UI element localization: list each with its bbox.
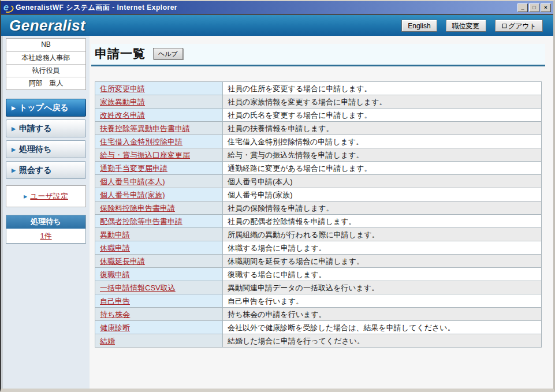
application-link[interactable]: 通勤手当変更届申請 bbox=[100, 164, 167, 173]
user-settings-link[interactable]: ユーザ設定 bbox=[30, 191, 68, 201]
application-description-cell: 社員の住所を変更する場合に申請します。 bbox=[223, 82, 542, 95]
table-row: 保険料控除申告書申請 社員の保険情報を申請します。 bbox=[95, 201, 542, 215]
application-link[interactable]: 休職延長申請 bbox=[100, 257, 145, 266]
application-name-cell: 休職延長申請 bbox=[95, 255, 223, 268]
application-link[interactable]: 個人番号申請(家族) bbox=[100, 191, 165, 199]
application-name-cell: 健康診断 bbox=[95, 321, 223, 334]
content-area: NB 本社総務人事部 執行役員 阿部 重人 ▶ トップへ戻る ▶ 申請する ▶ … bbox=[1, 36, 553, 389]
application-description-cell: 持ち株会の申請を行います。 bbox=[223, 308, 542, 321]
table-row: 自己申告 自己申告を行います。 bbox=[95, 294, 542, 308]
triangle-icon: ▶ bbox=[12, 105, 16, 111]
table-row: 給与・賞与振込口座変更届 給与・賞与の振込先情報を申請します。 bbox=[95, 148, 542, 162]
application-link[interactable]: 持ち株会 bbox=[100, 310, 130, 319]
application-name-cell: 住所変更申請 bbox=[95, 82, 223, 95]
application-description-cell: 休職する場合に申請します。 bbox=[223, 241, 542, 255]
application-name-cell: 復職申請 bbox=[95, 268, 223, 281]
table-row: 個人番号申請(家族) 個人番号申請(家族) bbox=[95, 188, 542, 201]
table-row: 異動申請 所属組織の異動が行われる際に申請します。 bbox=[95, 228, 542, 241]
table-row: 結婚 結婚した場合に申請を行ってください。 bbox=[95, 334, 542, 348]
sidebar-nav-item[interactable]: ▶ 照会する bbox=[6, 161, 86, 179]
table-row: 通勤手当変更届申請 通勤経路に変更がある場合に申請します。 bbox=[95, 162, 542, 175]
close-button[interactable]: × bbox=[541, 3, 551, 12]
application-description-cell: 所属組織の異動が行われる際に申請します。 bbox=[223, 228, 542, 241]
application-link[interactable]: 改姓改名申請 bbox=[100, 111, 145, 120]
pending-box: 処理待ち 1件 bbox=[6, 215, 86, 244]
application-link[interactable]: 給与・賞与振込口座変更届 bbox=[100, 151, 190, 159]
application-link[interactable]: 復職申請 bbox=[100, 270, 130, 279]
table-row: 復職申請 復職する場合に申請します。 bbox=[95, 268, 542, 281]
application-name-cell: 自己申告 bbox=[95, 294, 223, 308]
maximize-button[interactable]: □ bbox=[529, 3, 539, 12]
table-row: 扶養控除等異動申告書申請 社員の扶養情報を申請します。 bbox=[95, 122, 542, 135]
table-row: 健康診断 会社以外で健康診断を受診した場合は、結果を申請してください。 bbox=[95, 321, 542, 334]
application-name-cell: 配偶者控除等申告書申請 bbox=[95, 215, 223, 228]
user-info-row: 執行役員 bbox=[6, 64, 85, 77]
application-link[interactable]: 休職申請 bbox=[100, 244, 130, 252]
application-description-cell: 給与・賞与の振込先情報を申請します。 bbox=[223, 148, 542, 162]
triangle-icon: ▶ bbox=[12, 167, 16, 173]
application-description-cell: 異動関連申請データの一括取込を行います。 bbox=[223, 281, 542, 294]
application-description-cell: 社員の扶養情報を申請します。 bbox=[223, 122, 542, 135]
application-name-cell: 給与・賞与振込口座変更届 bbox=[95, 148, 223, 162]
sidebar-nav: ▶ トップへ戻る ▶ 申請する ▶ 処理待ち ▶ 照会する bbox=[6, 99, 86, 179]
application-name-cell: 保険料控除申告書申請 bbox=[95, 201, 223, 215]
sidebar-nav-item[interactable]: ▶ トップへ戻る bbox=[6, 99, 86, 117]
user-info-row: NB bbox=[6, 39, 85, 51]
application-description-cell: 社員の配偶者控除情報を申請します。 bbox=[223, 215, 542, 228]
application-name-cell: 一括申請情報CSV取込 bbox=[95, 281, 223, 294]
application-link[interactable]: 住所変更申請 bbox=[100, 84, 145, 93]
application-name-cell: 個人番号申請(本人) bbox=[95, 175, 223, 188]
application-name-cell: 休職申請 bbox=[95, 241, 223, 255]
table-row: 休職申請 休職する場合に申請します。 bbox=[95, 241, 542, 255]
page-title: 申請一覧 bbox=[95, 46, 146, 62]
minimize-button[interactable]: _ bbox=[517, 3, 528, 12]
generalist-logo: Generalist bbox=[9, 17, 393, 35]
app-header: Generalist English 職位変更 ログアウト bbox=[1, 14, 553, 36]
application-description-cell: 休職期間を延長する場合に申請します。 bbox=[223, 255, 542, 268]
application-description-cell: 通勤経路に変更がある場合に申請します。 bbox=[223, 162, 542, 175]
application-link[interactable]: 家族異動申請 bbox=[100, 98, 145, 106]
application-description-cell: 社員の家族情報を変更する場合に申請します。 bbox=[223, 95, 542, 109]
header-button[interactable]: ログアウト bbox=[495, 20, 543, 32]
pending-count-link[interactable]: 1件 bbox=[40, 231, 51, 241]
table-row: 住宅借入金特別控除申請 住宅借入金特別控除情報の申請します。 bbox=[95, 135, 542, 148]
table-row: 家族異動申請 社員の家族情報を変更する場合に申請します。 bbox=[95, 95, 542, 109]
application-link[interactable]: 異動申請 bbox=[100, 230, 130, 239]
application-link[interactable]: 住宅借入金特別控除申請 bbox=[100, 137, 182, 146]
application-description-cell: 住宅借入金特別控除情報の申請します。 bbox=[223, 135, 542, 148]
application-name-cell: 結婚 bbox=[95, 334, 223, 348]
application-link[interactable]: 健康診断 bbox=[100, 323, 130, 332]
sidebar-nav-label: 申請する bbox=[19, 124, 52, 134]
application-link[interactable]: 配偶者控除等申告書申請 bbox=[100, 217, 182, 226]
application-link[interactable]: 自己申告 bbox=[100, 297, 130, 305]
user-info-row: 本社総務人事部 bbox=[6, 51, 85, 64]
sidebar-nav-item[interactable]: ▶ 申請する bbox=[6, 120, 86, 137]
application-link[interactable]: 扶養控除等異動申告書申請 bbox=[100, 124, 190, 133]
application-name-cell: 持ち株会 bbox=[95, 308, 223, 321]
browser-window: e GeneralistWF システム画面 - Internet Explore… bbox=[0, 0, 555, 392]
header-buttons: English 職位変更 ログアウト bbox=[393, 20, 543, 32]
application-link[interactable]: 結婚 bbox=[100, 337, 115, 345]
table-row: 一括申請情報CSV取込 異動関連申請データの一括取込を行います。 bbox=[95, 281, 542, 294]
user-info-box: NB 本社総務人事部 執行役員 阿部 重人 bbox=[6, 38, 86, 90]
main-panel: 申請一覧 ヘルプ 住所変更申請 社員の住所を変更する場合に申請します。 家族異動… bbox=[90, 36, 553, 389]
application-description-cell: 会社以外で健康診断を受診した場合は、結果を申請してください。 bbox=[223, 321, 542, 334]
application-description-cell: 社員の保険情報を申請します。 bbox=[223, 201, 542, 215]
table-row: 休職延長申請 休職期間を延長する場合に申請します。 bbox=[95, 255, 542, 268]
page-title-band: 申請一覧 ヘルプ bbox=[91, 44, 545, 66]
header-button[interactable]: English bbox=[401, 20, 437, 32]
application-link[interactable]: 保険料控除申告書申請 bbox=[100, 204, 175, 212]
triangle-icon: ▶ bbox=[12, 126, 16, 132]
application-name-cell: 住宅借入金特別控除申請 bbox=[95, 135, 223, 148]
table-row: 持ち株会 持ち株会の申請を行います。 bbox=[95, 308, 542, 321]
application-link[interactable]: 一括申請情報CSV取込 bbox=[100, 283, 176, 292]
sidebar-nav-item[interactable]: ▶ 処理待ち bbox=[6, 140, 86, 158]
header-button[interactable]: 職位変更 bbox=[446, 20, 486, 32]
application-link[interactable]: 個人番号申請(本人) bbox=[100, 177, 165, 186]
internet-explorer-icon: e bbox=[3, 3, 13, 13]
application-description-cell: 結婚した場合に申請を行ってください。 bbox=[223, 334, 542, 348]
sidebar-nav-label: 照会する bbox=[19, 165, 52, 176]
help-button[interactable]: ヘルプ bbox=[153, 48, 183, 59]
application-description-cell: 個人番号申請(本人) bbox=[223, 175, 542, 188]
sidebar-nav-label: 処理待ち bbox=[19, 144, 51, 155]
